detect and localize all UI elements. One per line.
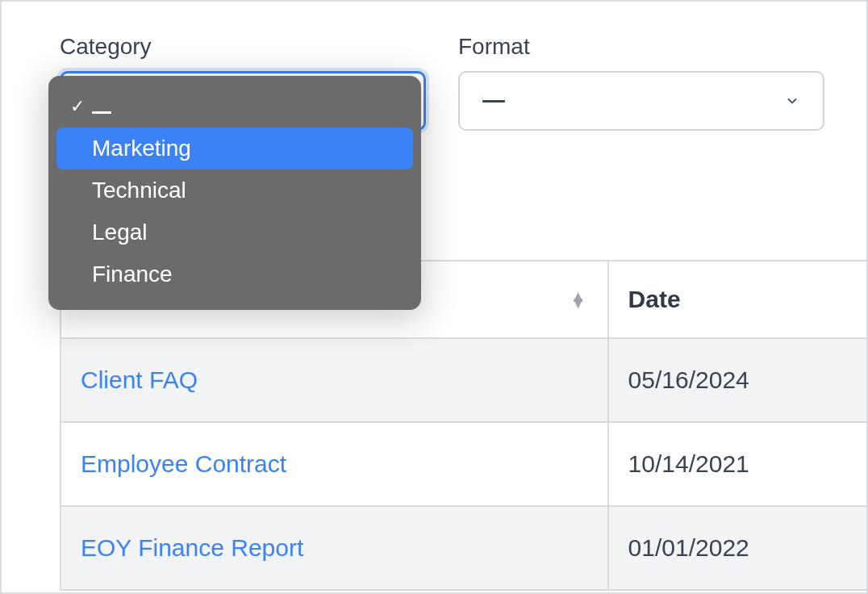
table-row: EOY Finance Report01/01/2022 — [61, 506, 868, 590]
dropdown-option-label: Legal — [89, 220, 148, 245]
document-name-cell[interactable]: EOY Finance Report — [61, 506, 608, 590]
format-label: Format — [458, 34, 824, 60]
check-icon: ✓ — [66, 96, 89, 117]
dropdown-option-label — [89, 94, 111, 119]
column-header-date-label: Date — [628, 286, 681, 312]
dropdown-option[interactable]: ✓ — [56, 86, 413, 128]
document-date-cell: 10/14/2021 — [608, 422, 868, 506]
format-selected-value — [482, 100, 505, 102]
column-header-date[interactable]: Date — [608, 261, 868, 338]
table-row: Client FAQ05/16/2024 — [61, 338, 868, 422]
document-name-cell[interactable]: Client FAQ — [61, 338, 608, 422]
dropdown-option[interactable]: Finance — [56, 253, 413, 295]
category-label: Category — [60, 34, 426, 60]
document-date-cell: 01/01/2022 — [608, 506, 868, 590]
dropdown-option[interactable]: Marketing — [56, 128, 413, 169]
dropdown-option[interactable]: Legal — [56, 211, 413, 253]
category-dropdown: ✓MarketingTechnicalLegalFinance — [48, 76, 421, 310]
document-name-cell[interactable]: Employee Contract — [61, 422, 608, 506]
dropdown-option-label: Marketing — [89, 136, 191, 161]
document-date-cell: 05/16/2024 — [608, 338, 868, 422]
dropdown-option-label: Technical — [89, 178, 186, 203]
sort-icon: ▲▼ — [570, 293, 586, 306]
dropdown-option-label: Finance — [89, 261, 173, 287]
format-select[interactable] — [458, 71, 824, 131]
chevron-down-icon — [784, 93, 800, 109]
table-row: Employee Contract10/14/2021 — [61, 422, 868, 506]
dropdown-option[interactable]: Technical — [56, 169, 413, 211]
format-filter-group: Format — [458, 34, 824, 131]
